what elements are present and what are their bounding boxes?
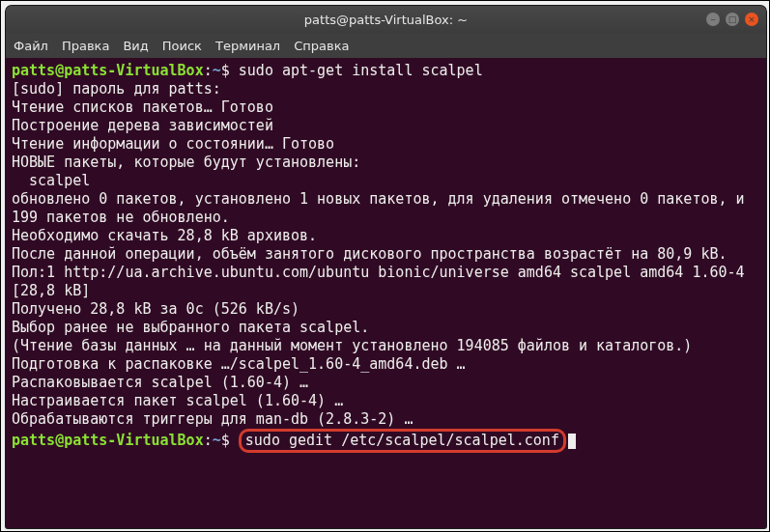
terminal-window: patts@patts-VirtualBox: ~ ‒ □ × Файл Пра… [6,6,766,528]
output-line: После данной операции, объём занятого ди… [12,245,760,264]
menu-help[interactable]: Справка [294,39,349,53]
titlebar: patts@patts-VirtualBox: ~ ‒ □ × [6,6,766,33]
output-line: Выбор ранее не выбранного пакета scalpel… [12,319,760,337]
close-button[interactable]: × [745,13,758,26]
menu-view[interactable]: Вид [123,39,148,53]
output-line: Обрабатываются триггеры для man-db (2.8.… [12,410,760,429]
highlighted-command: sudo gedit /etc/scalpel/scalpel.conf [239,429,566,453]
menu-file[interactable]: Файл [14,39,48,53]
output-line: [sudo] пароль для patts: [12,80,760,98]
prompt-path: ~ [213,62,221,79]
prompt-userhost: patts@patts-VirtualBox [12,62,204,79]
output-line: Построение дерева зависимостей [12,117,760,135]
prompt-sym: $ [221,432,230,449]
output-line: НОВЫЕ пакеты, которые будут установлены: [12,154,760,172]
menu-edit[interactable]: Правка [62,39,109,53]
command-1: sudo apt-get install scalpel [230,62,483,79]
prompt-userhost: patts@patts-VirtualBox [12,432,204,449]
prompt-sep: : [204,62,213,79]
window-buttons: ‒ □ × [706,13,758,26]
output-line: Получено 28,8 kB за 0с (526 kB/s) [12,300,760,319]
output-line: Необходимо скачать 28,8 kB архивов. [12,227,760,245]
output-line: scalpel [12,172,760,190]
menu-terminal[interactable]: Терминал [215,39,280,53]
prompt-sep: : [204,432,213,449]
prompt-path: ~ [213,432,221,449]
output-line: Подготовка к распаковке …/scalpel_1.60-4… [12,355,760,374]
cursor-icon [568,434,576,449]
output-line: обновлено 0 пакетов, установлено 1 новых… [12,190,760,227]
maximize-button[interactable]: □ [726,13,739,26]
menu-search[interactable]: Поиск [162,39,202,53]
output-line: Распаковывается scalpel (1.60-4) … [12,374,760,392]
prompt-sym: $ [221,62,230,79]
output-line: Чтение списков пакетов… Готово [12,98,760,117]
output-line: Пол:1 http://ua.archive.ubuntu.com/ubunt… [12,264,760,300]
prompt-line-2: patts@patts-VirtualBox:~$ sudo gedit /et… [12,429,760,453]
prompt-line-1: patts@patts-VirtualBox:~$ sudo apt-get i… [12,62,760,80]
menubar: Файл Правка Вид Поиск Терминал Справка [6,33,766,58]
minimize-button[interactable]: ‒ [706,13,720,26]
output-line: (Чтение базы данных … на данный момент у… [12,337,760,355]
command-2: sudo gedit /etc/scalpel/scalpel.conf [245,432,559,449]
output-line: Чтение информации о состоянии… Готово [12,135,760,154]
window-title: patts@patts-VirtualBox: ~ [304,13,468,27]
terminal-output[interactable]: patts@patts-VirtualBox:~$ sudo apt-get i… [6,58,766,528]
output-line: Настраивается пакет scalpel (1.60-4) … [12,392,760,410]
